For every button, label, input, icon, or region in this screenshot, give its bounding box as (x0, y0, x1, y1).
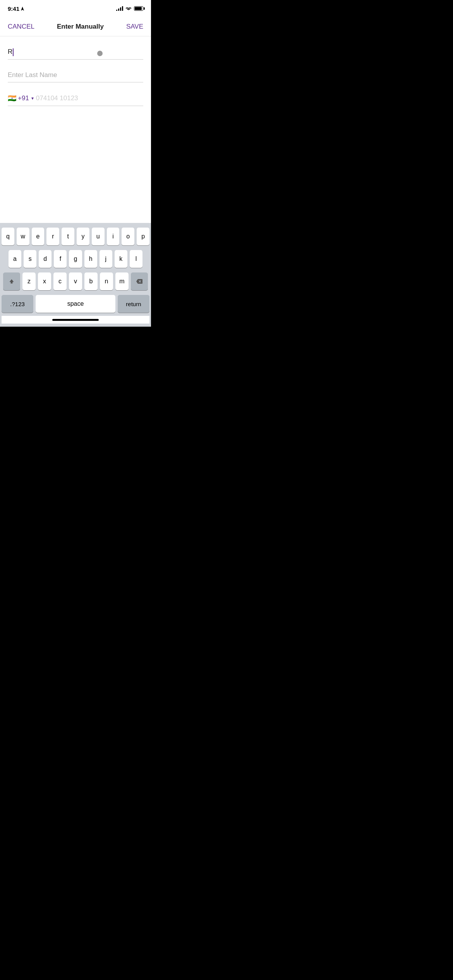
key-v[interactable]: v (69, 272, 82, 290)
drag-handle[interactable] (97, 51, 103, 56)
first-name-content: R (8, 48, 143, 56)
text-cursor (13, 48, 14, 56)
phone-input[interactable] (36, 94, 143, 102)
numbers-key[interactable]: .?123 (2, 295, 33, 313)
key-f[interactable]: f (54, 250, 67, 268)
keyboard-row-1: q w e r t y u i o p (2, 228, 149, 245)
first-name-value[interactable]: R (8, 48, 14, 56)
location-arrow-icon (21, 7, 24, 11)
key-g[interactable]: g (69, 250, 82, 268)
keyboard-row-4: .?123 space return (2, 295, 149, 313)
key-x[interactable]: x (38, 272, 51, 290)
key-r[interactable]: r (46, 228, 59, 245)
key-t[interactable]: t (62, 228, 74, 245)
wifi-icon (125, 6, 132, 11)
keyboard-row-3: z x c v b n m (2, 272, 149, 290)
keyboard-row-2: a s d f g h j k l (2, 250, 149, 268)
key-h[interactable]: h (84, 250, 97, 268)
country-selector[interactable]: 🇮🇳 +91 ▾ (8, 94, 34, 103)
save-button[interactable]: SAVE (126, 23, 143, 31)
key-w[interactable]: w (17, 228, 29, 245)
key-d[interactable]: d (39, 250, 51, 268)
phone-field: 🇮🇳 +91 ▾ (8, 94, 143, 106)
key-k[interactable]: k (115, 250, 127, 268)
nav-header: CANCEL Enter Manually SAVE (0, 17, 151, 36)
cancel-button[interactable]: CANCEL (8, 23, 34, 31)
shift-icon (9, 278, 15, 284)
return-key[interactable]: return (118, 295, 149, 313)
space-key[interactable]: space (36, 295, 115, 313)
key-p[interactable]: p (137, 228, 149, 245)
key-c[interactable]: c (53, 272, 67, 290)
key-a[interactable]: a (9, 250, 21, 268)
key-i[interactable]: i (107, 228, 120, 245)
delete-icon (136, 278, 143, 284)
shift-key[interactable] (3, 272, 20, 290)
key-j[interactable]: j (100, 250, 112, 268)
key-s[interactable]: s (24, 250, 36, 268)
battery-icon (134, 6, 143, 11)
key-l[interactable]: l (130, 250, 142, 268)
key-u[interactable]: u (92, 228, 105, 245)
home-indicator (2, 316, 149, 324)
key-z[interactable]: z (22, 272, 36, 290)
home-bar (52, 319, 99, 321)
delete-key[interactable] (131, 272, 148, 290)
chevron-down-icon: ▾ (31, 96, 34, 101)
key-n[interactable]: n (100, 272, 113, 290)
key-o[interactable]: o (122, 228, 134, 245)
page-title: Enter Manually (57, 23, 104, 31)
key-m[interactable]: m (115, 272, 129, 290)
signal-bars-icon (116, 6, 123, 11)
status-icons (116, 6, 143, 11)
form-spacer (0, 114, 151, 230)
country-flag: 🇮🇳 (8, 94, 16, 103)
svg-marker-0 (21, 7, 24, 11)
key-y[interactable]: y (77, 228, 89, 245)
first-name-wrapper: R (8, 48, 143, 60)
last-name-input[interactable] (8, 71, 143, 82)
keyboard: q w e r t y u i o p a s d f g h j k l z … (0, 223, 151, 327)
status-bar: 9:41 (0, 0, 151, 17)
form-area: R 🇮🇳 +91 ▾ (0, 36, 151, 114)
first-name-field: R (8, 48, 143, 60)
key-e[interactable]: e (32, 228, 45, 245)
status-time: 9:41 (8, 5, 24, 12)
country-code: +91 (18, 94, 29, 102)
last-name-field (8, 71, 143, 82)
key-b[interactable]: b (84, 272, 98, 290)
key-q[interactable]: q (2, 228, 14, 245)
